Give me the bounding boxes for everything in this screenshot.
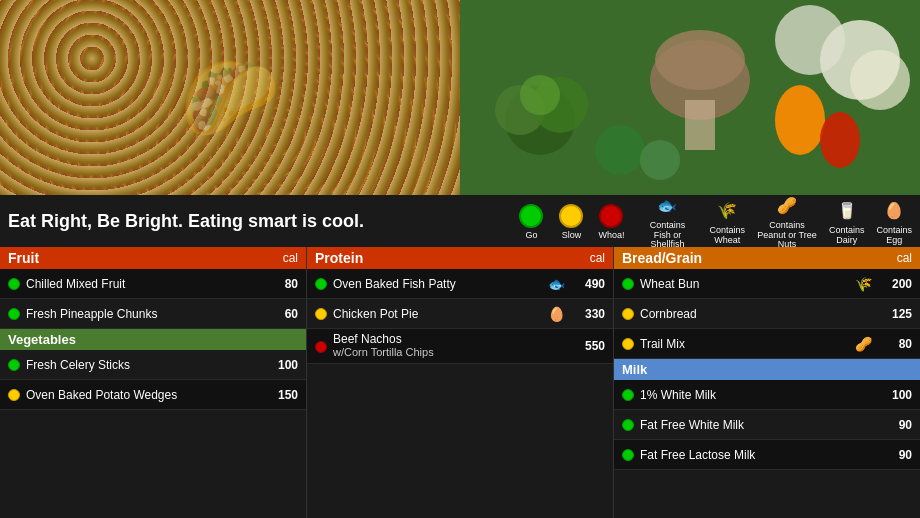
svg-point-6 — [655, 30, 745, 90]
food-cal: 80 — [877, 337, 912, 351]
food-cal: 90 — [877, 448, 912, 462]
tagline: Eat Right, Be Bright. Eating smart is co… — [8, 211, 517, 232]
food-name: 1% White Milk — [640, 388, 877, 402]
svg-point-11 — [850, 50, 910, 110]
fish-label: ContainsFish or Shellfish — [637, 221, 697, 251]
table-row: Fat Free White Milk 90 — [614, 410, 920, 440]
food-name: Chilled Mixed Fruit — [26, 277, 263, 291]
food-cal: 100 — [263, 358, 298, 372]
table-row: Chilled Mixed Fruit 80 — [0, 269, 306, 299]
table-row: Beef Nachos w/Corn Tortilla Chips 550 — [307, 329, 613, 364]
protein-label: Protein — [315, 250, 363, 266]
food-name: Beef Nachos — [333, 332, 570, 346]
whoa-icon — [597, 202, 625, 230]
table-row: Fat Free Lactose Milk 90 — [614, 440, 920, 470]
protein-cal-label: cal — [590, 251, 605, 265]
svg-point-9 — [820, 112, 860, 168]
table-row: Cornbread 125 — [614, 299, 920, 329]
table-row: Wheat Bun 🌾 200 — [614, 269, 920, 299]
fruit-cal-label: cal — [283, 251, 298, 265]
fruit-header: Fruit cal — [0, 247, 306, 269]
food-image-left — [0, 0, 460, 195]
milk-header: Milk — [614, 359, 920, 380]
slow-label: Slow — [562, 231, 582, 241]
bread-cal-label: cal — [897, 251, 912, 265]
food-cal: 150 — [263, 388, 298, 402]
food-name: Fresh Celery Sticks — [26, 358, 263, 372]
food-name: Fresh Pineapple Chunks — [26, 307, 263, 321]
whoa-label: Whoa! — [598, 231, 624, 241]
legend-fish: 🐟 ContainsFish or Shellfish — [637, 192, 697, 251]
food-cal: 60 — [263, 307, 298, 321]
fish-shellfish-icon: 🐟 — [653, 192, 681, 220]
dot-green — [315, 278, 327, 290]
food-cal: 80 — [263, 277, 298, 291]
fruit-label: Fruit — [8, 250, 39, 266]
dairy-icon: 🥛 — [833, 197, 861, 225]
dot-green — [8, 359, 20, 371]
legend: Go Slow Whoa! 🐟 ContainsFish or Shellfis… — [517, 192, 912, 251]
food-name: Fat Free White Milk — [640, 418, 877, 432]
legend-whoa: Whoa! — [597, 202, 625, 241]
food-cal: 125 — [877, 307, 912, 321]
header-bar: Eat Right, Be Bright. Eating smart is co… — [0, 195, 920, 247]
top-images — [0, 0, 920, 195]
dot-green — [622, 449, 634, 461]
legend-slow: Slow — [557, 202, 585, 241]
protein-column: Protein cal Oven Baked Fish Patty 🐟 490 … — [307, 247, 614, 518]
dot-green — [622, 389, 634, 401]
egg-allergen-icon: 🥚 — [546, 304, 566, 324]
dot-yellow — [8, 389, 20, 401]
legend-dairy: 🥛 ContainsDairy — [829, 197, 865, 246]
dot-green — [8, 308, 20, 320]
dot-green — [622, 419, 634, 431]
svg-point-14 — [775, 5, 845, 75]
vegetables-header: Vegetables — [0, 329, 306, 350]
food-cal: 100 — [877, 388, 912, 402]
protein-header: Protein cal — [307, 247, 613, 269]
bread-header: Bread/Grain cal — [614, 247, 920, 269]
food-cal: 490 — [570, 277, 605, 291]
food-name-multi: Beef Nachos w/Corn Tortilla Chips — [333, 332, 570, 360]
peanut-allergen-icon: 🥜 — [853, 334, 873, 354]
legend-egg: 🥚 ContainsEgg — [876, 197, 912, 246]
dot-yellow — [622, 338, 634, 350]
egg-icon: 🥚 — [880, 197, 908, 225]
table-row: Oven Baked Fish Patty 🐟 490 — [307, 269, 613, 299]
svg-rect-7 — [685, 100, 715, 150]
table-row: Chicken Pot Pie 🥚 330 — [307, 299, 613, 329]
svg-point-8 — [775, 85, 825, 155]
svg-point-13 — [640, 140, 680, 180]
dairy-label: ContainsDairy — [829, 226, 865, 246]
go-label: Go — [525, 231, 537, 241]
svg-point-4 — [520, 75, 560, 115]
wheat-allergen-icon: 🌾 — [853, 274, 873, 294]
legend-go: Go — [517, 202, 545, 241]
food-cal: 200 — [877, 277, 912, 291]
peanut-icon: 🥜 — [773, 192, 801, 220]
wheat-label: ContainsWheat — [709, 226, 745, 246]
table-row: Fresh Celery Sticks 100 — [0, 350, 306, 380]
egg-label: ContainsEgg — [876, 226, 912, 246]
main-table: Fruit cal Chilled Mixed Fruit 80 Fresh P… — [0, 247, 920, 518]
dot-green — [8, 278, 20, 290]
go-icon — [517, 202, 545, 230]
svg-point-12 — [595, 125, 645, 175]
dot-red — [315, 341, 327, 353]
table-row: 1% White Milk 100 — [614, 380, 920, 410]
food-name: Cornbread — [640, 307, 877, 321]
food-name-sub: w/Corn Tortilla Chips — [333, 346, 570, 359]
slow-icon — [557, 202, 585, 230]
dot-green — [622, 278, 634, 290]
table-row: Fresh Pineapple Chunks 60 — [0, 299, 306, 329]
food-name: Wheat Bun — [640, 277, 853, 291]
food-cal: 90 — [877, 418, 912, 432]
table-row: Oven Baked Potato Wedges 150 — [0, 380, 306, 410]
food-name: Oven Baked Fish Patty — [333, 277, 546, 291]
table-row: Trail Mix 🥜 80 — [614, 329, 920, 359]
food-name: Trail Mix — [640, 337, 853, 351]
legend-peanut: 🥜 ContainsPeanut or Tree Nuts — [757, 192, 817, 251]
food-cal: 330 — [570, 307, 605, 321]
food-name: Oven Baked Potato Wedges — [26, 388, 263, 402]
dot-yellow — [622, 308, 634, 320]
